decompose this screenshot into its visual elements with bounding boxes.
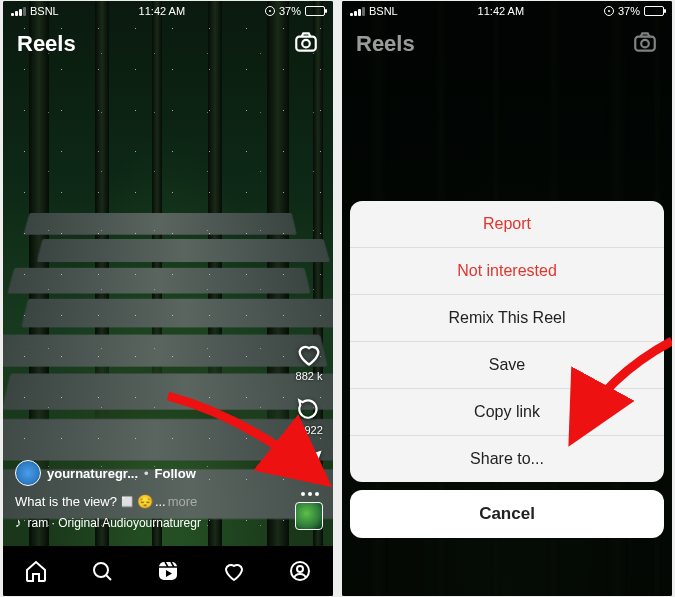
caption[interactable]: What is the view? ◻️ 😔 ... more [15, 494, 273, 509]
clock: 11:42 AM [478, 5, 524, 17]
action-rail: 882 k 2,922 [295, 340, 323, 476]
home-icon [24, 559, 48, 583]
audio-thumbnail[interactable] [295, 502, 323, 530]
nav-search[interactable] [90, 559, 114, 583]
sheet-cancel[interactable]: Cancel [350, 490, 664, 538]
camera-button[interactable] [293, 29, 319, 59]
carrier-label: BSNL [30, 5, 59, 17]
camera-icon [293, 29, 319, 55]
caption-more: more [168, 494, 198, 509]
user-row[interactable]: yournaturegr... • Follow [15, 460, 273, 486]
camera-icon [632, 29, 658, 55]
comment-button[interactable]: 2,922 [295, 396, 323, 436]
phone-left: BSNL 11:42 AM 37% Reels 882 k 2,922 [3, 1, 333, 596]
comment-icon [296, 396, 322, 422]
like-count: 882 k [296, 370, 323, 382]
audio-note-icon: ♪ [15, 515, 22, 530]
search-icon [90, 559, 114, 583]
clock: 11:42 AM [139, 5, 185, 17]
battery-icon [305, 6, 325, 16]
bg-steps [3, 209, 333, 596]
comment-count: 2,922 [295, 424, 323, 436]
username-label: yournaturegr... [47, 466, 138, 481]
sheet-save[interactable]: Save [350, 342, 664, 389]
caption-emoji-square: ◻️ [119, 494, 135, 509]
status-bar: BSNL 11:42 AM 37% [342, 1, 672, 21]
svg-rect-0 [296, 37, 316, 51]
caption-text: What is the view? [15, 494, 117, 509]
page-title: Reels [356, 31, 415, 57]
profile-icon [288, 559, 312, 583]
follow-button[interactable]: Follow [155, 466, 196, 481]
nav-profile[interactable] [288, 559, 312, 583]
svg-point-5 [297, 566, 303, 572]
location-icon [604, 6, 614, 16]
signal-icon [350, 7, 365, 16]
sheet-options-group: Report Not interested Remix This Reel Sa… [350, 201, 664, 482]
sheet-not-interested[interactable]: Not interested [350, 248, 664, 295]
send-icon [296, 450, 322, 476]
share-button[interactable] [296, 450, 322, 476]
battery-pct: 37% [618, 5, 640, 17]
svg-rect-6 [635, 37, 655, 51]
battery-icon [644, 6, 664, 16]
audio-row[interactable]: ♪ ram · Original Audioyournaturegr [15, 515, 273, 530]
sheet-copy-link[interactable]: Copy link [350, 389, 664, 436]
reels-header-dim: Reels [342, 25, 672, 63]
nav-home[interactable] [24, 559, 48, 583]
nav-reels[interactable] [156, 559, 180, 583]
phone-right: BSNL 11:42 AM 37% Reels Report Not inter… [342, 1, 672, 596]
heart-outline-icon [222, 559, 246, 583]
status-bar: BSNL 11:42 AM 37% [3, 1, 333, 21]
like-button[interactable]: 882 k [295, 340, 323, 382]
page-title: Reels [17, 31, 76, 57]
bottom-nav [3, 546, 333, 596]
more-options-button[interactable] [301, 492, 319, 496]
svg-point-7 [641, 40, 649, 48]
reel-info: yournaturegr... • Follow What is the vie… [15, 460, 273, 530]
caption-emoji-uneasy: 😔 [137, 494, 153, 509]
reels-header: Reels [3, 25, 333, 63]
caption-ellipsis: ... [155, 494, 166, 509]
svg-point-2 [94, 563, 108, 577]
camera-button [632, 29, 658, 59]
location-icon [265, 6, 275, 16]
signal-icon [11, 7, 26, 16]
sheet-remix[interactable]: Remix This Reel [350, 295, 664, 342]
avatar [15, 460, 41, 486]
sheet-report[interactable]: Report [350, 201, 664, 248]
separator-dot: • [144, 466, 149, 481]
svg-point-1 [302, 40, 310, 48]
reels-icon [156, 559, 180, 583]
svg-rect-3 [159, 562, 177, 580]
nav-activity[interactable] [222, 559, 246, 583]
battery-pct: 37% [279, 5, 301, 17]
carrier-label: BSNL [369, 5, 398, 17]
sheet-share-to[interactable]: Share to... [350, 436, 664, 482]
action-sheet: Report Not interested Remix This Reel Sa… [350, 201, 664, 538]
heart-icon [295, 340, 323, 368]
audio-label: ram · Original Audioyournaturegr [28, 516, 201, 530]
